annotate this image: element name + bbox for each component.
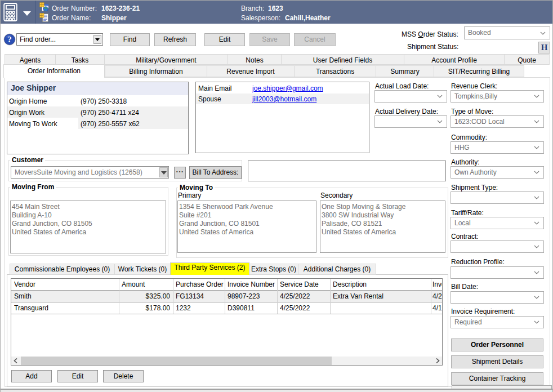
- svg-text:?: ?: [7, 35, 12, 44]
